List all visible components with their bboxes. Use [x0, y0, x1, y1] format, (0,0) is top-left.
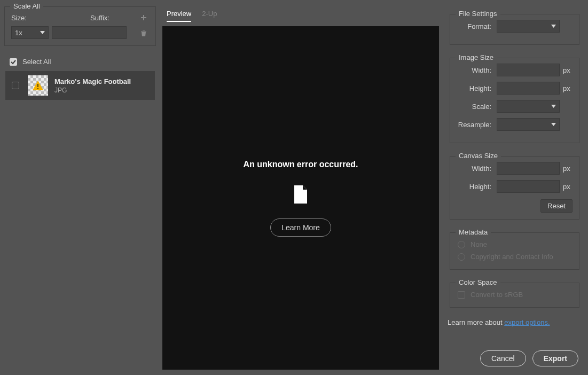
img-height-input[interactable] [497, 82, 560, 95]
cancel-button[interactable]: Cancel [480, 350, 526, 366]
select-all-checkbox[interactable] [10, 58, 17, 66]
size-value: 1x [15, 29, 22, 37]
format-label: Format: [457, 22, 497, 30]
metadata-copyright-option: Copyright and Contact Info [457, 251, 573, 263]
img-width-input[interactable] [497, 64, 560, 76]
scale-all-panel: Scale All Size: Suffix: 1x [4, 6, 156, 46]
format-dropdown[interactable] [497, 20, 560, 33]
select-all-row[interactable]: Select All [0, 52, 160, 71]
size-dropdown[interactable]: 1x [11, 26, 49, 39]
canvas-size-panel: Canvas Size Width: px Height: px Reset [450, 156, 579, 220]
canvas-size-title: Canvas Size [456, 152, 501, 160]
img-scale-label: Scale: [457, 103, 497, 111]
checkbox-icon [458, 291, 465, 299]
suffix-input[interactable] [52, 26, 127, 39]
image-size-panel: Image Size Width: px Height: px Scale: R… [450, 58, 579, 143]
delete-scale-button[interactable] [138, 27, 149, 38]
chevron-down-icon [551, 123, 556, 126]
tab-2up[interactable]: 2-Up [202, 9, 217, 22]
resample-dropdown[interactable] [497, 118, 560, 131]
unit-px: px [560, 165, 573, 173]
error-message: An unknown error occurred. [243, 160, 358, 169]
size-label: Size: [11, 14, 50, 22]
chevron-down-icon [551, 25, 556, 28]
metadata-none-label: None [471, 240, 487, 248]
convert-srgb-label: Convert to sRGB [471, 291, 523, 299]
metadata-copyright-label: Copyright and Contact Info [471, 253, 553, 261]
cvs-width-label: Width: [457, 165, 497, 173]
file-settings-panel: File Settings Format: [450, 14, 579, 45]
svg-rect-1 [37, 88, 38, 89]
metadata-title: Metadata [456, 228, 491, 236]
learn-more-button[interactable]: Learn More [270, 218, 331, 237]
asset-format: JPG [54, 87, 131, 94]
file-settings-title: File Settings [456, 10, 500, 18]
colorspace-title: Color Space [456, 278, 500, 286]
unit-px: px [560, 66, 573, 74]
chevron-down-icon [551, 105, 556, 108]
radio-icon [458, 253, 465, 261]
img-height-label: Height: [457, 84, 497, 92]
cvs-width-input[interactable] [497, 162, 560, 175]
add-scale-button[interactable] [138, 12, 149, 23]
tab-preview[interactable]: Preview [167, 9, 191, 22]
metadata-panel: Metadata None Copyright and Contact Info [450, 232, 579, 270]
colorspace-panel: Color Space Convert to sRGB [450, 283, 579, 308]
image-size-title: Image Size [456, 53, 497, 61]
radio-icon [458, 241, 465, 248]
resample-label: Resample: [457, 121, 497, 129]
warning-icon [32, 80, 44, 91]
unit-px: px [560, 84, 573, 92]
metadata-none-option: None [457, 238, 573, 251]
file-icon [293, 185, 308, 204]
asset-item[interactable]: Marko's Magic Football JPG [5, 71, 155, 100]
asset-title: Marko's Magic Football [54, 77, 131, 85]
learn-more-prefix: Learn more about [448, 318, 504, 326]
suffix-label: Suffix: [90, 14, 129, 22]
preview-area: An unknown error occurred. Learn More [162, 26, 439, 370]
reset-button[interactable]: Reset [540, 199, 573, 213]
scale-all-title: Scale All [10, 2, 43, 10]
asset-checkbox[interactable] [12, 82, 19, 89]
cvs-height-input[interactable] [497, 180, 560, 193]
select-all-label: Select All [22, 58, 51, 66]
learn-more-row: Learn more about export options. [445, 314, 584, 331]
svg-rect-0 [37, 84, 38, 87]
unit-px: px [560, 183, 573, 191]
convert-srgb-option: Convert to sRGB [457, 288, 573, 301]
export-button[interactable]: Export [532, 350, 578, 366]
img-width-label: Width: [457, 66, 497, 74]
asset-thumbnail [28, 75, 48, 96]
scale-dropdown[interactable] [497, 100, 560, 113]
cvs-height-label: Height: [457, 183, 497, 191]
chevron-down-icon [40, 31, 45, 34]
export-options-link[interactable]: export options. [504, 318, 550, 326]
